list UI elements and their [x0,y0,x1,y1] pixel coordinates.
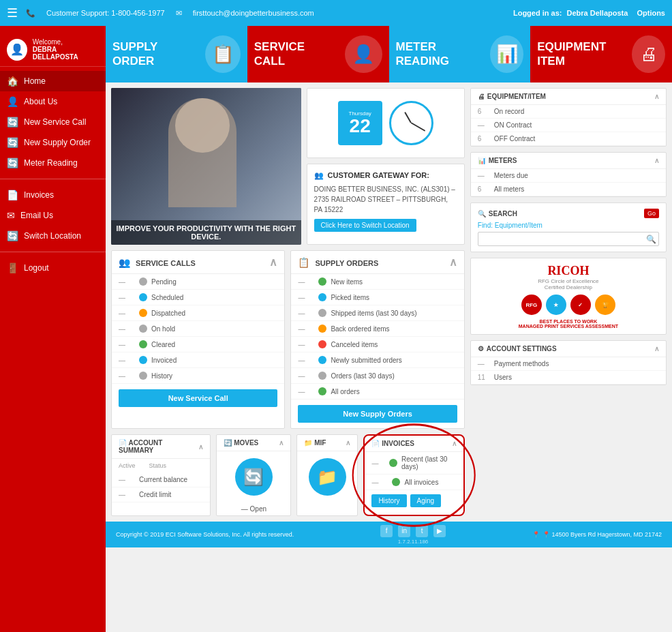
scheduled-dot [139,293,147,301]
equipment-off-contract[interactable]: 6 OFF Contract [471,132,666,146]
invoices-all[interactable]: — All invoices [365,475,463,490]
invoiced-dot [139,356,147,364]
account-settings-collapse[interactable]: ∧ [654,345,659,352]
meters-collapse[interactable]: ∧ [654,157,659,164]
invoices-icon: 📄 [7,190,18,200]
content-area: SUPPLY ORDER 📋 SERVICE CALL 👤 METER READ… [106,26,672,632]
sidebar-item-new-supply-order[interactable]: 🔄 New Supply Order [0,132,106,153]
new-service-call-button[interactable]: New Service Call [119,389,277,407]
hero-caption: IMPROVE YOUR PRODUCTIVITY WITH THE RIGHT… [111,220,301,245]
new-supply-order-icon: 🔄 [7,137,18,148]
cleared-dot [139,340,147,348]
mif-circle-icon: 📁 [309,458,346,496]
hero-image: IMPROVE YOUR PRODUCTIVITY WITH THE RIGHT… [111,88,301,245]
service-call-cleared[interactable]: — Cleared [112,337,284,352]
current-balance-row[interactable]: — Current balance [112,472,210,487]
sidebar-item-email[interactable]: ✉ Email Us [0,205,106,226]
aging-button[interactable]: Aging [410,494,442,507]
linkedin-icon[interactable]: in [398,525,410,537]
shipped-dot [318,309,326,317]
switch-location-icon: 🔄 [7,230,18,241]
ricoh-badge-2: ★ [546,295,566,315]
equipment-on-contract[interactable]: — ON Contract [471,119,666,132]
supply-newly-submitted[interactable]: — Newly submitted orders [291,352,463,368]
search-submit-button[interactable]: 🔍 [646,235,656,244]
canceled-dot [318,340,326,348]
recent-dot [389,459,397,467]
equipment-on-record[interactable]: 6 On record [471,105,666,119]
left-column: IMPROVE YOUR PRODUCTIVITY WITH THE RIGHT… [111,88,465,516]
top-bar: ☰ 📞 Customer Support: 1-800-456-1977 ✉ f… [0,0,672,26]
supply-back-ordered[interactable]: — Back ordered items [291,321,463,337]
meter-reading-btn[interactable]: METER READING 📊 [389,26,531,82]
supply-orders-header: 📋 SUPPLY ORDERS ∧ [291,251,463,274]
hamburger-menu[interactable]: ☰ [7,5,18,20]
logout-icon: 🚪 [7,262,18,273]
supply-order-btn[interactable]: SUPPLY ORDER 📋 [106,26,247,82]
service-call-icon: 👤 [345,35,382,73]
meters-header: 📊 METERS ∧ [471,153,666,169]
service-call-dispatched[interactable]: — Dispatched [112,305,284,321]
service-call-pending[interactable]: — Pending [112,274,284,290]
invoices-collapse[interactable]: ∧ [452,440,457,447]
search-panel: 🔍 SEARCH Go Find: Equipment/Item 🔍 [470,202,667,252]
switch-location-button[interactable]: Click Here to Switch Location [314,219,416,232]
sidebar-item-meter-reading[interactable]: 🔄 Meter Reading [0,153,106,173]
footer-version: 1.7.2.11.186 [398,539,428,545]
account-summary-collapse[interactable]: ∧ [198,443,203,451]
ricoh-badge-1: RFG [521,295,542,315]
new-supply-orders-button[interactable]: New Supply Orders [298,405,457,423]
history-button[interactable]: History [371,494,406,507]
supply-all-orders[interactable]: — All orders [291,384,463,400]
sidebar-item-switch-location[interactable]: 🔄 Switch Location [0,226,106,246]
orders-last30-dot [318,372,326,380]
service-call-history[interactable]: — History [112,368,284,384]
sidebar-item-home[interactable]: 🏠 Home [0,71,106,91]
supply-shipped-items[interactable]: — Shipped items (last 30 days) [291,305,463,321]
search-title: 🔍 SEARCH [478,210,517,217]
meters-panel: 📊 METERS ∧ — Meters due 6 All meters [470,152,667,197]
supply-orders-collapse[interactable]: ∧ [449,256,457,269]
ricoh-banner: RICOH RFG Circle of ExcellenceCertified … [470,258,667,335]
avatar: 👤 [7,39,27,61]
service-call-btn[interactable]: SERVICE CALL 👤 [247,26,389,82]
service-call-scheduled[interactable]: — Scheduled [112,290,284,305]
moves-collapse[interactable]: ∧ [279,439,284,447]
facebook-icon[interactable]: f [380,525,393,537]
supply-new-items[interactable]: — New items [291,274,463,290]
ricoh-title: RICOH [476,264,660,278]
customer-company: DOING BETTER BUSINESS, INC. (ALS301) – 2… [314,184,457,215]
sidebar-item-new-service-call[interactable]: 🔄 New Service Call [0,112,106,132]
supply-picked-items[interactable]: — Picked items [291,290,463,305]
options-link[interactable]: Options [637,9,665,17]
sidebar-nav: 🏠 Home 👤 About Us 🔄 New Service Call 🔄 N… [0,71,106,278]
equipment-collapse[interactable]: ∧ [654,93,659,100]
youtube-icon[interactable]: ▶ [433,525,446,537]
supply-canceled[interactable]: — Canceled items [291,337,463,352]
service-calls-collapse[interactable]: ∧ [269,256,277,269]
account-summary-icon: 📄 [119,439,127,447]
onhold-dot [139,325,147,333]
credit-limit-row[interactable]: — Credit limit [112,487,210,502]
phone-icon: 📞 [26,9,35,18]
twitter-icon[interactable]: t [416,525,428,537]
service-calls-header: 👥 SERVICE CALLS ∧ [112,251,284,274]
search-go-button[interactable]: Go [644,209,659,218]
ricoh-badge-3: ✓ [570,295,591,315]
meters-all[interactable]: 6 All meters [471,183,666,196]
service-call-onhold[interactable]: — On hold [112,321,284,337]
supply-orders-last30[interactable]: — Orders (last 30 days) [291,368,463,384]
sidebar-item-about[interactable]: 👤 About Us [0,91,106,112]
sidebar-item-invoices[interactable]: 📄 Invoices [0,185,106,205]
service-call-invoiced[interactable]: — Invoiced [112,352,284,368]
sidebar-item-logout[interactable]: 🚪 Logout [0,258,106,278]
payment-methods-row[interactable]: — Payment methods [471,357,666,371]
about-icon: 👤 [7,96,18,107]
search-input[interactable] [478,232,659,246]
mif-collapse[interactable]: ∧ [346,439,350,447]
users-row[interactable]: 11 Users [471,371,666,385]
invoices-recent[interactable]: — Recent (last 30 days) [365,452,463,475]
equipment-item-btn[interactable]: EQUIPMENT ITEM 🖨 [530,26,672,82]
meters-due[interactable]: — Meters due [471,169,666,183]
bottom-panels: 📄 ACCOUNT SUMMARY ∧ Active Status — Curr… [111,434,465,516]
